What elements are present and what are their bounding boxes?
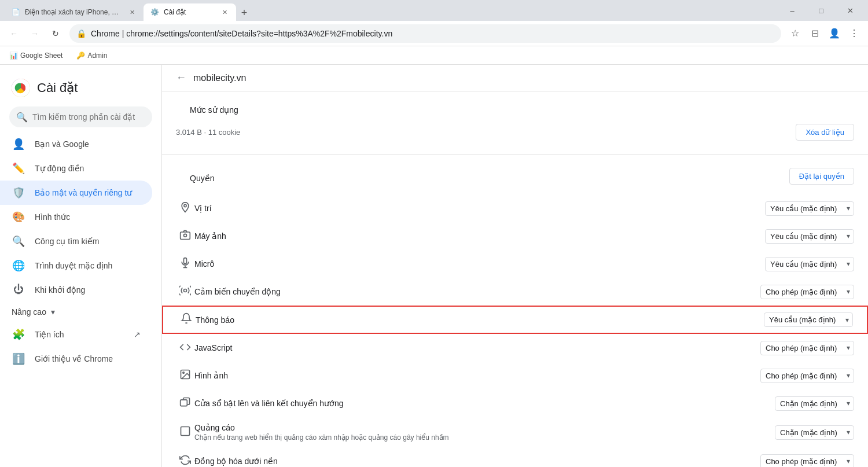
motion-icon bbox=[176, 285, 194, 299]
bookmark-admin[interactable]: 🔑 Admin bbox=[72, 49, 112, 62]
sidebar-item-khi-khoi-dong[interactable]: ⏻ Khi khởi động bbox=[0, 278, 152, 301]
permission-quang-cao: Quảng cáo Chặn nếu trang web hiển thị qu… bbox=[162, 417, 868, 447]
permission-hinh-anh-select[interactable]: Cho phép (mặc định) bbox=[761, 369, 851, 383]
permission-cam-bien-select-wrapper[interactable]: Cho phép (mặc định) bbox=[760, 285, 854, 299]
back-button[interactable]: ← bbox=[5, 24, 23, 43]
nav-label-cong-cu: Công cụ tìm kiếm bbox=[35, 237, 99, 246]
sidebar-item-tien-ich[interactable]: 🧩 Tiện ích ↗ bbox=[0, 322, 152, 347]
permission-cam-bien-label: Cảm biến chuyển động bbox=[194, 287, 760, 296]
sidebar-item-nang-cao[interactable]: Nâng cao ▾ bbox=[0, 301, 161, 322]
tab-2-close-icon[interactable]: ✕ bbox=[220, 8, 229, 17]
permission-cua-so-label: Cửa sổ bật lên và liên kết chuyển hướng bbox=[194, 399, 775, 408]
tab-1-title: Điện thoại xách tay iPhone, Xiao... bbox=[25, 8, 123, 16]
permission-cua-so-select[interactable]: Chặn (mặc định) bbox=[775, 397, 851, 410]
svg-rect-8 bbox=[181, 399, 187, 406]
sidebar-item-trinh-duyet[interactable]: 🌐 Trình duyệt mặc định bbox=[0, 253, 152, 278]
new-tab-button[interactable]: + bbox=[236, 5, 252, 21]
popup-icon bbox=[176, 396, 194, 411]
sidebar-item-bao-mat[interactable]: 🛡️ Bảo mật và quyền riêng tư bbox=[0, 181, 152, 205]
permission-javascript: JavaScript Cho phép (mặc định) bbox=[162, 334, 868, 362]
permission-quang-cao-select[interactable]: Chặn (mặc định) bbox=[775, 426, 851, 439]
image-icon bbox=[176, 369, 194, 383]
content-area: ← mobilecity.vn Mức sử dụng 3.014 B · 11… bbox=[162, 65, 868, 467]
svg-point-3 bbox=[184, 234, 187, 237]
permission-cua-so-select-wrapper[interactable]: Chặn (mặc định) bbox=[775, 396, 854, 411]
sidebar-item-ban-va-google[interactable]: 👤 Bạn và Google bbox=[0, 132, 152, 156]
permission-thong-bao: Thông báo Yêu cầu (mặc định) bbox=[162, 306, 868, 334]
permission-javascript-select[interactable]: Cho phép (mặc định) bbox=[761, 341, 851, 355]
permission-hinh-anh: Hình ảnh Cho phép (mặc định) bbox=[162, 362, 868, 389]
bookmark-sheet-label: Google Sheet bbox=[20, 52, 62, 60]
permissions-header: Quyền Đặt lại quyền bbox=[162, 160, 868, 194]
svg-point-5 bbox=[184, 289, 187, 292]
tab-1[interactable]: 📄 Điện thoại xách tay iPhone, Xiao... ✕ bbox=[5, 3, 144, 21]
maximize-button[interactable]: □ bbox=[808, 0, 834, 21]
permission-quang-cao-select-wrapper[interactable]: Chặn (mặc định) bbox=[775, 425, 854, 440]
permission-javascript-select-wrapper[interactable]: Cho phép (mặc định) bbox=[760, 341, 854, 355]
permission-vi-tri-select-wrapper[interactable]: Yêu cầu (mặc định) bbox=[765, 201, 854, 216]
svg-rect-4 bbox=[184, 258, 187, 263]
permission-javascript-label: JavaScript bbox=[194, 343, 760, 352]
mic-icon bbox=[176, 257, 194, 271]
close-button[interactable]: ✕ bbox=[837, 0, 863, 21]
tab-1-close-icon[interactable]: ✕ bbox=[127, 8, 137, 17]
permission-micro-select-wrapper[interactable]: Yêu cầu (mặc định) bbox=[765, 257, 854, 271]
usage-title: Mức sử dụng bbox=[176, 96, 854, 119]
nav-label-ban-va-google: Bạn và Google bbox=[35, 139, 89, 149]
profile-icon[interactable]: 👤 bbox=[825, 24, 844, 43]
permission-may-anh-select-wrapper[interactable]: Yêu cầu (mặc định) bbox=[765, 229, 854, 244]
title-bar: 📄 Điện thoại xách tay iPhone, Xiao... ✕ … bbox=[0, 0, 868, 21]
shield-icon: 🛡️ bbox=[12, 186, 25, 199]
site-name: mobilecity.vn bbox=[193, 73, 246, 83]
sidebar-item-tu-dong-dien[interactable]: ✏️ Tự động điền bbox=[0, 156, 152, 181]
browser-frame: 📄 Điện thoại xách tay iPhone, Xiao... ✕ … bbox=[0, 0, 868, 467]
js-icon bbox=[176, 341, 194, 355]
permission-may-anh-select[interactable]: Yêu cầu (mặc định) bbox=[766, 230, 851, 243]
browser-icon: 🌐 bbox=[12, 259, 25, 272]
info-icon: ℹ️ bbox=[12, 352, 25, 365]
back-arrow-icon[interactable]: ← bbox=[176, 72, 186, 84]
external-link-icon: ↗ bbox=[134, 330, 141, 339]
permission-vi-tri-label: Vị trí bbox=[194, 204, 765, 213]
permission-may-anh: Máy ảnh Yêu cầu (mặc định) bbox=[162, 222, 868, 250]
nav-label-hinh-thuc: Hình thức bbox=[35, 212, 70, 222]
clear-data-button[interactable]: Xóa dữ liệu bbox=[796, 124, 854, 141]
svg-rect-2 bbox=[181, 232, 190, 240]
permission-hinh-anh-select-wrapper[interactable]: Cho phép (mặc định) bbox=[760, 369, 854, 383]
nav-label-tu-dong-dien: Tự động điền bbox=[35, 164, 84, 173]
permission-thong-bao-select-wrapper[interactable]: Yêu cầu (mặc định) bbox=[764, 312, 853, 327]
settings-search-input[interactable] bbox=[32, 112, 145, 122]
permission-dong-bo-select[interactable]: Cho phép (mặc định) bbox=[761, 455, 851, 468]
usage-text: 3.014 B · 11 cookie bbox=[176, 128, 240, 137]
settings-container: Cài đặt 🔍 👤 Bạn và Google ✏️ Tự động điề… bbox=[0, 65, 868, 467]
svg-point-7 bbox=[183, 372, 185, 373]
tab-2[interactable]: ⚙️ Cài đặt ✕ bbox=[144, 3, 236, 21]
ads-icon bbox=[176, 425, 194, 440]
minimize-button[interactable]: – bbox=[779, 0, 806, 21]
address-bar[interactable]: 🔒 Chrome | chrome://settings/content/sit… bbox=[69, 24, 781, 43]
site-header: ← mobilecity.vn bbox=[162, 65, 868, 91]
bookmark-google-sheet[interactable]: 📊 Google Sheet bbox=[5, 49, 67, 62]
permission-cam-bien-select[interactable]: Cho phép (mặc định) bbox=[761, 285, 851, 299]
permission-thong-bao-select[interactable]: Yêu cầu (mặc định) bbox=[764, 313, 850, 326]
menu-icon[interactable]: ⋮ bbox=[845, 24, 863, 43]
sidebar-item-hinh-thuc[interactable]: 🎨 Hình thức bbox=[0, 205, 152, 229]
settings-search-bar[interactable]: 🔍 bbox=[9, 106, 152, 127]
toolbar: ← → ↻ 🔒 Chrome | chrome://settings/conte… bbox=[0, 21, 868, 46]
reload-button[interactable]: ↻ bbox=[46, 24, 65, 43]
nav-label-tien-ich: Tiện ích bbox=[35, 330, 64, 339]
bookmark-icon[interactable]: ☆ bbox=[786, 24, 804, 43]
window-controls: – □ ✕ bbox=[779, 0, 863, 21]
permission-quang-cao-sublabel: Chặn nếu trang web hiển thị quảng cáo xâ… bbox=[194, 433, 775, 442]
sidebar-item-gioi-thieu[interactable]: ℹ️ Giới thiệu về Chrome bbox=[0, 347, 152, 371]
permission-dong-bo-select-wrapper[interactable]: Cho phép (mặc định) bbox=[760, 454, 854, 468]
permission-dong-bo: Đồng bộ hóa dưới nền Cho phép (mặc định) bbox=[162, 447, 868, 467]
permission-vi-tri-select[interactable]: Yêu cầu (mặc định) bbox=[766, 202, 851, 215]
tab-search-icon[interactable]: ⊟ bbox=[806, 24, 824, 43]
reset-permissions-button[interactable]: Đặt lại quyền bbox=[789, 168, 854, 185]
google-logo bbox=[12, 79, 30, 97]
forward-button[interactable]: → bbox=[25, 24, 44, 43]
usage-row: 3.014 B · 11 cookie Xóa dữ liệu bbox=[176, 119, 854, 145]
sidebar-item-cong-cu[interactable]: 🔍 Công cụ tìm kiếm bbox=[0, 229, 152, 253]
permission-micro-select[interactable]: Yêu cầu (mặc định) bbox=[766, 258, 851, 271]
